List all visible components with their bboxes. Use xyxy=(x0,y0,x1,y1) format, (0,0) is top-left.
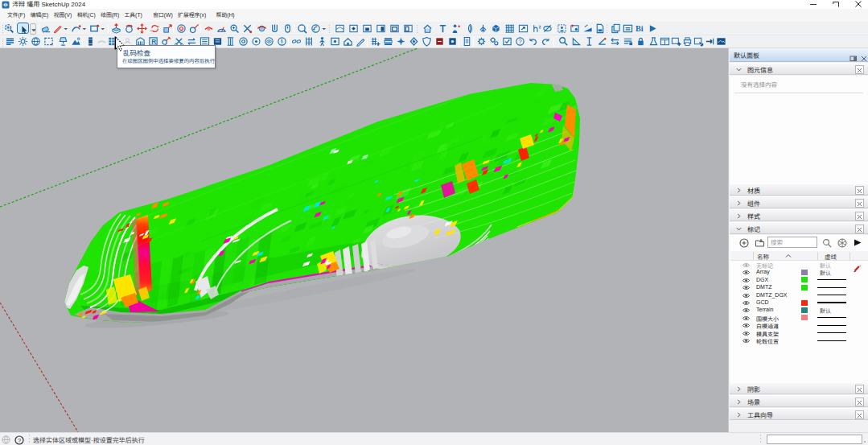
visibility-eye-icon[interactable] xyxy=(743,307,750,313)
tag-color-swatch[interactable] xyxy=(801,300,808,306)
ibeam-icon[interactable] xyxy=(584,36,595,47)
panel-section-top-0[interactable]: 材质 xyxy=(730,183,868,196)
boxed-dot-icon[interactable] xyxy=(330,36,341,47)
view-left-icon[interactable] xyxy=(403,23,414,35)
ramp-icon[interactable] xyxy=(582,23,594,35)
line-tool-icon[interactable] xyxy=(52,23,64,35)
arc-tool-icon[interactable] xyxy=(71,23,82,35)
tree-icon[interactable] xyxy=(478,23,489,35)
tag-dash-preview[interactable] xyxy=(817,302,846,303)
window-plus-icon[interactable] xyxy=(671,36,682,47)
tag-row-无标记[interactable]: 无标记默认 xyxy=(730,262,868,269)
tag-dash-preview[interactable] xyxy=(817,287,846,288)
eraser-icon[interactable] xyxy=(41,23,52,35)
play-icon[interactable] xyxy=(648,23,659,35)
eye-circle-icon[interactable] xyxy=(264,36,275,47)
panel-section-top-1[interactable]: 组件 xyxy=(730,196,868,208)
tag-name[interactable]: Array xyxy=(756,269,770,274)
section-close-icon[interactable] xyxy=(855,212,864,220)
tag-row-Terrain[interactable]: Terrain默认 xyxy=(730,307,868,314)
box-check-icon[interactable] xyxy=(502,36,513,47)
help-icon[interactable]: ? xyxy=(14,435,24,445)
toolbar-grip[interactable] xyxy=(416,24,418,33)
pan-icon[interactable] xyxy=(269,23,281,35)
menu-item-3[interactable]: 相机(C) xyxy=(75,9,98,22)
tag-name[interactable]: DMTZ_DGX xyxy=(756,292,788,298)
tag-dash-preview[interactable] xyxy=(817,317,846,318)
text-tool-icon[interactable] xyxy=(438,23,449,35)
dark-red-box-icon[interactable] xyxy=(434,36,446,47)
panel-section-bottom-1[interactable]: 场景 xyxy=(730,395,868,407)
tag-row-模具支架[interactable]: 模具支架 xyxy=(730,329,868,336)
chart-h2-icon[interactable] xyxy=(532,23,543,35)
component-window-icon[interactable] xyxy=(518,23,529,35)
redo-icon[interactable] xyxy=(541,36,552,47)
visibility-eye-icon[interactable] xyxy=(743,293,750,299)
copy-docs-icon[interactable] xyxy=(611,23,622,35)
previous-view-icon[interactable] xyxy=(311,23,322,35)
tag-color-swatch[interactable] xyxy=(801,285,808,290)
move-icon[interactable] xyxy=(137,23,148,35)
pushpull-icon[interactable] xyxy=(111,23,122,35)
tag-name[interactable]: GCD xyxy=(756,299,769,305)
tag-dash-preview[interactable] xyxy=(817,325,846,326)
panel-section-bottom-0[interactable]: 阴影 xyxy=(730,382,868,394)
shield-icon[interactable] xyxy=(422,36,433,47)
rows-icon[interactable] xyxy=(383,36,394,47)
box-3d-icon[interactable] xyxy=(491,23,502,35)
tape-measure-icon[interactable] xyxy=(189,23,200,35)
tag-name[interactable]: Terrain xyxy=(756,307,773,312)
star-icon[interactable] xyxy=(396,36,407,47)
person-walk-icon[interactable] xyxy=(317,36,328,47)
tag-row-GCD[interactable]: GCD xyxy=(730,299,868,307)
tag-row-Array[interactable]: Array默认 xyxy=(730,269,868,276)
model-mesh[interactable] xyxy=(48,72,595,339)
tag-row-围模大小[interactable]: 围模大小 xyxy=(730,314,868,321)
layers-list-icon[interactable] xyxy=(5,36,16,47)
tag-dash-preview[interactable] xyxy=(817,332,846,333)
page-icon[interactable] xyxy=(594,23,606,35)
panel-section-entity-info[interactable]: 图元信息 xyxy=(730,63,868,75)
geo-globe-icon[interactable] xyxy=(31,36,42,47)
question-circle-icon[interactable]: ? xyxy=(515,36,526,47)
panel-section-tags[interactable]: 标记 xyxy=(730,222,868,234)
tag-filter-icon[interactable] xyxy=(822,238,832,248)
home-icon[interactable] xyxy=(422,23,434,35)
tag-color-swatch[interactable] xyxy=(801,277,808,282)
lock-icon[interactable] xyxy=(636,36,647,47)
select-tool-dropdown[interactable] xyxy=(30,23,36,35)
chain-icon[interactable] xyxy=(291,36,302,47)
view-right-icon[interactable] xyxy=(376,23,387,35)
dark-box-2-icon[interactable] xyxy=(447,36,459,47)
selection-box-icon[interactable] xyxy=(43,36,55,47)
zoom-roll-icon[interactable] xyxy=(282,23,294,35)
add-tag-folder-icon[interactable] xyxy=(755,238,765,248)
menu-item-7[interactable]: 扩展程序(x) xyxy=(175,9,209,22)
view-top-icon[interactable] xyxy=(348,23,360,35)
geolocation-icon[interactable] xyxy=(2,435,10,444)
select-tool-icon[interactable] xyxy=(17,23,29,34)
color-by-tag-icon[interactable] xyxy=(837,238,847,248)
pillar-icon[interactable] xyxy=(225,36,237,47)
fog-icon[interactable] xyxy=(97,36,108,47)
printer-icon[interactable] xyxy=(682,36,693,47)
hide-rest-icon[interactable] xyxy=(542,23,553,35)
toolbar-grip[interactable] xyxy=(606,24,608,33)
tag-dash-preview[interactable] xyxy=(817,340,846,341)
plus-grid-icon[interactable] xyxy=(370,36,381,47)
info-circle-icon[interactable] xyxy=(277,36,288,47)
panel-close-icon[interactable] xyxy=(860,52,868,60)
panel-section-top-2[interactable]: 样式 xyxy=(730,209,868,221)
section-close-icon[interactable] xyxy=(855,385,864,393)
zoom-selection-icon[interactable] xyxy=(297,23,308,35)
export-icon[interactable] xyxy=(705,36,716,47)
orbit-icon[interactable] xyxy=(257,23,268,35)
tag-dash-preview[interactable] xyxy=(817,279,846,280)
tag-row-DMTZ_DGX[interactable]: DMTZ_DGX xyxy=(730,291,868,299)
visibility-eye-icon[interactable] xyxy=(743,331,750,336)
visibility-eye-icon[interactable] xyxy=(743,338,750,344)
boxed-equal-icon[interactable] xyxy=(623,23,634,35)
followme-icon[interactable] xyxy=(124,23,135,35)
window-grid-icon[interactable] xyxy=(660,36,671,47)
doc-lines-icon[interactable] xyxy=(462,36,473,47)
